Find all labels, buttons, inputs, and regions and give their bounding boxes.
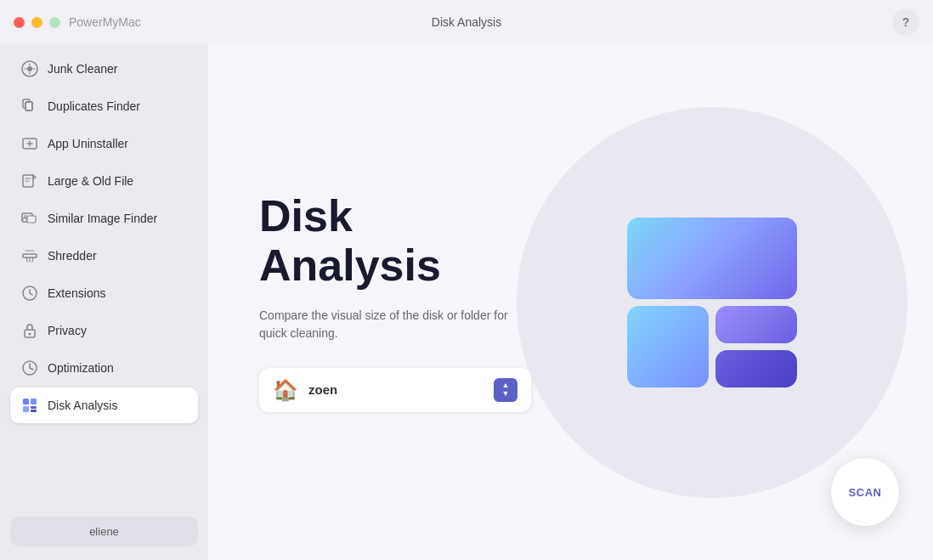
app-uninstaller-icon [20, 134, 39, 153]
maximize-button[interactable] [49, 17, 60, 28]
svg-rect-14 [23, 399, 29, 404]
svg-rect-15 [31, 399, 37, 404]
help-button[interactable]: ? [892, 8, 919, 36]
selector-label: zoen [308, 382, 483, 397]
svg-rect-8 [27, 216, 36, 223]
sidebar-item-extensions[interactable]: Extensions [10, 275, 198, 311]
sidebar-item-junk-cleaner[interactable]: Junk Cleaner [10, 51, 198, 87]
traffic-lights [14, 17, 60, 28]
sidebar-item-shredder[interactable]: Shredder [10, 238, 198, 274]
sidebar-item-duplicates-finder[interactable]: Duplicates Finder [10, 88, 198, 124]
disk-analysis-illustration [627, 218, 797, 387]
large-old-file-icon [20, 172, 39, 190]
optimization-label: Optimization [48, 361, 114, 375]
svg-rect-16 [23, 406, 29, 412]
page-description: Compare the visual size of the disk or f… [259, 307, 514, 342]
tile-bottom-left [627, 306, 709, 387]
sidebar-item-large-old-file[interactable]: Large & Old File [10, 163, 198, 199]
titlebar-title: Disk Analysis [432, 15, 501, 29]
close-button[interactable] [14, 17, 25, 28]
scan-button[interactable]: SCAN [831, 458, 899, 526]
privacy-label: Privacy [48, 324, 87, 337]
user-badge[interactable]: eliene [10, 517, 198, 546]
privacy-icon [20, 321, 39, 340]
extensions-label: Extensions [48, 286, 105, 300]
similar-image-finder-label: Similar Image Finder [48, 212, 157, 225]
duplicates-finder-label: Duplicates Finder [48, 99, 140, 113]
extensions-icon [20, 284, 39, 303]
shredder-icon [20, 246, 39, 265]
junk-cleaner-icon [20, 59, 39, 78]
sidebar: Junk Cleaner Duplicates Finder App Unins… [0, 44, 208, 560]
optimization-icon [20, 359, 39, 377]
disk-analysis-label: Disk Analysis [48, 399, 117, 412]
home-icon: 🏠 [273, 378, 298, 402]
tile-br-bottom [715, 350, 797, 387]
sidebar-item-privacy[interactable]: Privacy [10, 313, 198, 348]
app-uninstaller-label: App Uninstaller [48, 137, 128, 150]
sidebar-item-disk-analysis[interactable]: Disk Analysis [10, 387, 198, 423]
svg-point-12 [29, 333, 31, 336]
tile-top [627, 218, 797, 299]
titlebar: PowerMyMac Disk Analysis ? [0, 0, 933, 44]
sidebar-bottom: eliene [10, 510, 198, 553]
svg-rect-17 [31, 406, 37, 409]
duplicates-finder-icon [20, 97, 39, 116]
main-layout: Junk Cleaner Duplicates Finder App Unins… [0, 44, 933, 560]
disk-analysis-icon [20, 396, 39, 415]
svg-rect-18 [31, 410, 37, 412]
content-area: Disk Analysis Compare the visual size of… [208, 44, 933, 560]
tile-bottom-right [715, 306, 797, 387]
shredder-label: Shredder [48, 249, 97, 263]
tile-br-top [715, 306, 797, 343]
svg-rect-2 [25, 102, 32, 110]
sidebar-item-similar-image-finder[interactable]: Similar Image Finder [10, 201, 198, 236]
sidebar-item-app-uninstaller[interactable]: App Uninstaller [10, 126, 198, 161]
app-name: PowerMyMac [69, 15, 141, 29]
sidebar-item-optimization[interactable]: Optimization [10, 350, 198, 386]
content-right [491, 82, 933, 523]
illustration-circle [517, 107, 908, 498]
junk-cleaner-label: Junk Cleaner [48, 62, 118, 76]
similar-image-finder-icon [20, 209, 39, 228]
svg-rect-9 [23, 254, 37, 257]
minimize-button[interactable] [31, 17, 42, 28]
large-old-file-label: Large & Old File [48, 174, 133, 188]
folder-selector[interactable]: 🏠 zoen ▲ ▼ [259, 368, 531, 412]
